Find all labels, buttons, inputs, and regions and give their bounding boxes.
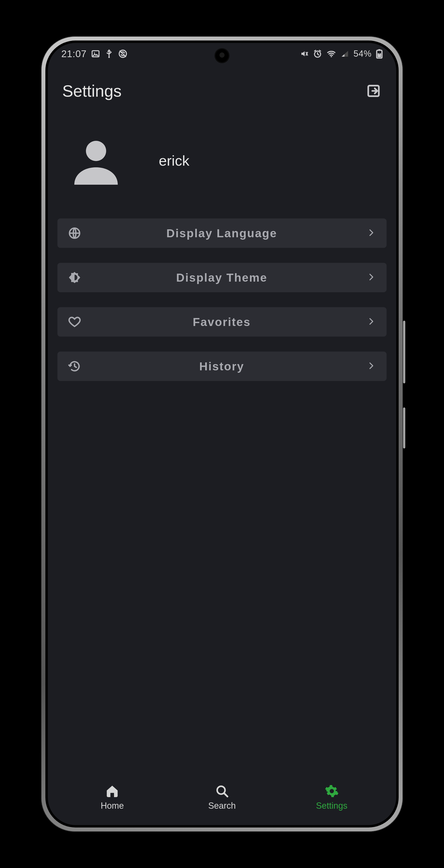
alarm-icon: [313, 49, 322, 58]
profile-section[interactable]: erick: [48, 105, 396, 218]
nav-label: Settings: [316, 801, 348, 811]
image-icon: [91, 49, 100, 58]
usb-icon: [105, 49, 114, 58]
chevron-right-icon: [366, 272, 377, 283]
wifi-icon: [326, 49, 336, 59]
nav-settings[interactable]: Settings: [300, 784, 363, 811]
nav-search[interactable]: Search: [190, 784, 254, 811]
item-label: Display Language: [82, 227, 366, 240]
status-battery: 54%: [354, 49, 372, 59]
nav-home[interactable]: Home: [81, 784, 144, 811]
front-camera: [215, 49, 229, 62]
page-title: Settings: [62, 82, 122, 100]
history-icon: [67, 359, 82, 374]
screen: 21:07: [48, 43, 396, 825]
svg-point-2: [108, 56, 110, 58]
svg-point-3: [107, 52, 108, 54]
svg-point-1: [94, 52, 95, 54]
username: erick: [159, 152, 189, 169]
item-history[interactable]: History: [57, 351, 387, 381]
gear-icon: [325, 784, 339, 798]
search-icon: [215, 784, 229, 798]
item-display-theme[interactable]: Display Theme: [57, 263, 387, 292]
item-favorites[interactable]: Favorites: [57, 307, 387, 337]
home-icon: [105, 784, 119, 798]
exit-button[interactable]: [365, 83, 382, 99]
chevron-right-icon: [366, 361, 377, 372]
exit-icon: [366, 84, 381, 98]
item-label: Display Theme: [82, 271, 366, 284]
svg-point-12: [86, 141, 106, 161]
avatar: [67, 132, 125, 189]
brightness-icon: [67, 270, 82, 285]
signal-icon: [341, 50, 349, 58]
svg-point-7: [331, 56, 332, 57]
svg-rect-9: [378, 49, 380, 51]
side-button-lower: [403, 407, 405, 448]
nav-label: Home: [100, 801, 124, 811]
chevron-right-icon: [366, 317, 377, 327]
mute-icon: [300, 50, 308, 58]
side-button-upper: [403, 321, 405, 383]
status-time: 21:07: [61, 49, 87, 59]
item-label: Favorites: [82, 315, 366, 329]
item-display-language[interactable]: Display Language: [57, 218, 387, 248]
phone-frame: 21:07: [41, 36, 403, 832]
heart-icon: [67, 314, 82, 329]
sync-off-icon: [118, 49, 128, 59]
nav-label: Search: [208, 801, 236, 811]
chevron-right-icon: [366, 228, 377, 239]
settings-list: Display Language Display Theme: [48, 218, 396, 381]
battery-icon: [376, 49, 383, 59]
svg-rect-4: [111, 52, 112, 53]
item-label: History: [82, 360, 366, 373]
person-icon: [67, 132, 125, 189]
title-bar: Settings: [48, 65, 396, 105]
globe-icon: [67, 226, 82, 241]
bottom-nav: Home Search Settings: [48, 779, 396, 825]
